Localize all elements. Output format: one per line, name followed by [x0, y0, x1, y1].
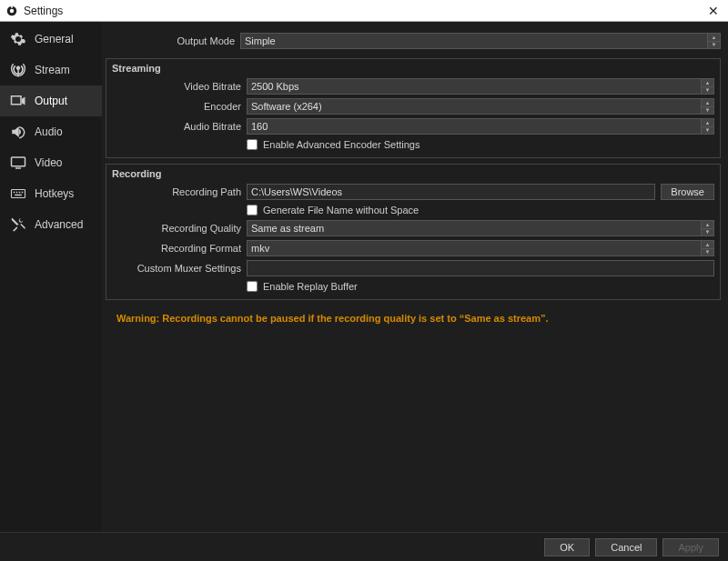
output-mode-label: Output Mode: [106, 35, 240, 46]
recording-path-value[interactable]: [251, 186, 651, 197]
encoder-label: Encoder: [112, 101, 247, 112]
sidebar-item-stream[interactable]: Stream: [0, 55, 102, 85]
svg-rect-10: [15, 195, 22, 196]
chevron-up-icon[interactable]: ▲: [702, 241, 713, 249]
streaming-title: Streaming: [112, 63, 714, 74]
sidebar-item-output[interactable]: Output: [0, 85, 102, 116]
recording-group: Recording Recording Path Browse Generate…: [106, 164, 721, 300]
cancel-button[interactable]: Cancel: [595, 538, 657, 556]
audio-bitrate-value: 160: [251, 121, 268, 132]
svg-rect-4: [12, 157, 25, 166]
footer: OK Cancel Apply: [0, 532, 728, 561]
muxer-label: Custom Muxer Settings: [112, 263, 247, 274]
svg-rect-3: [12, 96, 22, 105]
svg-rect-5: [12, 190, 25, 198]
output-icon: [9, 93, 27, 109]
sidebar-item-audio[interactable]: Audio: [0, 116, 102, 147]
svg-point-2: [11, 5, 13, 7]
recording-quality-select[interactable]: Same as stream ▲▼: [247, 220, 714, 236]
audio-bitrate-select[interactable]: 160 ▲▼: [247, 118, 714, 135]
sidebar-item-label: Audio: [35, 125, 63, 138]
warning-text: Warning: Recordings cannot be paused if …: [106, 306, 721, 331]
advanced-encoder-label: Enable Advanced Encoder Settings: [263, 139, 420, 150]
sidebar-item-label: Output: [35, 95, 67, 107]
chevron-down-icon[interactable]: ▼: [702, 107, 713, 115]
sidebar-item-label: Advanced: [35, 218, 83, 231]
chevron-down-icon[interactable]: ▼: [708, 42, 720, 49]
audio-bitrate-label: Audio Bitrate: [112, 121, 247, 132]
sidebar: General Stream Output Audio Video Hotkey…: [0, 22, 102, 532]
output-mode-value: Simple: [245, 35, 276, 46]
replay-buffer-label: Enable Replay Buffer: [263, 281, 358, 292]
streaming-group: Streaming Video Bitrate 2500 Kbps ▲▼ Enc…: [106, 58, 721, 158]
chevron-up-icon[interactable]: ▲: [708, 34, 720, 42]
encoder-select[interactable]: Software (x264) ▲▼: [247, 98, 714, 115]
sidebar-item-advanced[interactable]: Advanced: [0, 209, 102, 240]
filename-nospace-checkbox[interactable]: [247, 205, 258, 215]
output-mode-select[interactable]: Simple ▲▼: [240, 33, 721, 49]
ok-button[interactable]: OK: [544, 538, 590, 556]
recording-format-label: Recording Format: [112, 243, 247, 254]
sidebar-item-general[interactable]: General: [0, 24, 102, 55]
apply-button[interactable]: Apply: [662, 538, 719, 556]
muxer-value[interactable]: [251, 263, 710, 274]
video-bitrate-input[interactable]: 2500 Kbps ▲▼: [247, 78, 714, 95]
sidebar-item-hotkeys[interactable]: Hotkeys: [0, 178, 102, 209]
browse-button[interactable]: Browse: [661, 184, 714, 200]
chevron-up-icon[interactable]: ▲: [702, 99, 713, 107]
chevron-up-icon[interactable]: ▲: [702, 221, 713, 229]
recording-quality-value: Same as stream: [251, 223, 324, 234]
advanced-encoder-checkbox[interactable]: [247, 139, 258, 150]
titlebar: Settings ✕: [0, 0, 728, 22]
window-title: Settings: [24, 5, 63, 17]
chevron-up-icon[interactable]: ▲: [702, 79, 713, 87]
recording-title: Recording: [112, 168, 714, 179]
chevron-down-icon[interactable]: ▼: [702, 229, 713, 236]
recording-path-input[interactable]: [247, 184, 655, 200]
muxer-input[interactable]: [247, 260, 714, 276]
monitor-icon: [9, 155, 27, 171]
filename-nospace-label: Generate File Name without Space: [263, 205, 419, 215]
keyboard-icon: [9, 185, 27, 202]
sidebar-item-label: General: [35, 33, 74, 45]
recording-path-label: Recording Path: [112, 186, 247, 197]
video-bitrate-label: Video Bitrate: [112, 81, 247, 92]
svg-rect-7: [16, 192, 18, 194]
antenna-icon: [9, 62, 27, 78]
chevron-down-icon[interactable]: ▼: [702, 249, 713, 256]
content-pane: Output Mode Simple ▲▼ Streaming Video Bi…: [102, 22, 728, 532]
sidebar-item-label: Stream: [35, 64, 70, 76]
close-button[interactable]: ✕: [704, 4, 723, 18]
recording-quality-label: Recording Quality: [112, 223, 247, 234]
svg-point-1: [10, 8, 14, 12]
sidebar-item-label: Hotkeys: [35, 187, 74, 200]
encoder-value: Software (x264): [251, 101, 322, 112]
chevron-down-icon[interactable]: ▼: [702, 87, 713, 95]
chevron-up-icon[interactable]: ▲: [702, 119, 713, 127]
svg-rect-9: [22, 192, 24, 194]
svg-rect-8: [19, 192, 21, 194]
recording-format-select[interactable]: mkv ▲▼: [247, 240, 714, 256]
gear-icon: [9, 31, 27, 47]
recording-format-value: mkv: [251, 243, 269, 254]
video-bitrate-value: 2500 Kbps: [251, 81, 299, 92]
svg-rect-6: [14, 192, 15, 194]
app-icon: [5, 5, 18, 17]
chevron-down-icon[interactable]: ▼: [702, 127, 713, 135]
replay-buffer-checkbox[interactable]: [247, 281, 258, 292]
speaker-icon: [9, 124, 27, 140]
sidebar-item-label: Video: [35, 156, 62, 169]
tools-icon: [9, 216, 27, 233]
sidebar-item-video[interactable]: Video: [0, 147, 102, 178]
